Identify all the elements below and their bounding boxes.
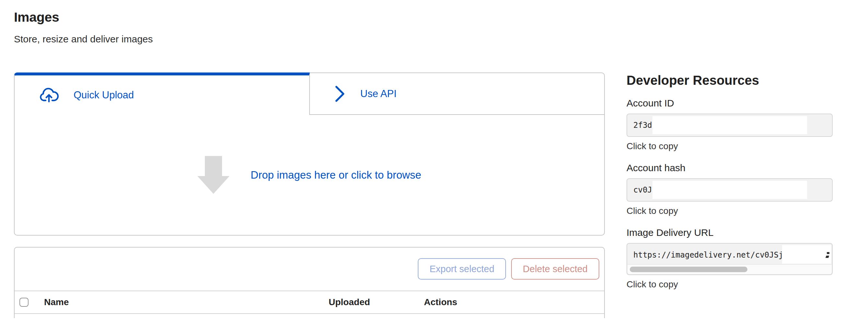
- image-delivery-url-label: Image Delivery URL: [626, 227, 833, 239]
- arrow-down-icon: [197, 156, 230, 194]
- dropzone-inner: Drop images here or click to browse: [197, 156, 421, 194]
- account-id-value-field[interactable]: 2f3d: [626, 114, 833, 137]
- tab-use-api[interactable]: Use API: [310, 72, 605, 115]
- upload-tabs: Quick Upload Use API: [14, 72, 605, 115]
- chevron-right-icon: [335, 85, 345, 103]
- tab-quick-upload[interactable]: Quick Upload: [14, 72, 310, 115]
- page-subtitle: Store, resize and deliver images: [14, 34, 868, 45]
- cloud-upload-icon: [39, 87, 59, 103]
- redaction-overlay: [652, 116, 807, 134]
- upload-card: Quick Upload Use API Drop ima: [14, 72, 605, 236]
- select-all-checkbox[interactable]: [20, 298, 29, 307]
- account-id-copy-hint: Click to copy: [626, 141, 833, 152]
- column-header-uploaded: Uploaded: [329, 297, 424, 308]
- export-selected-button[interactable]: Export selected: [418, 258, 506, 280]
- horizontal-scrollbar-track: [627, 264, 832, 274]
- resource-account-hash: Account hash cv0J Click to copy: [626, 162, 833, 216]
- table-actions-row: Export selected Delete selected: [14, 248, 604, 291]
- redaction-overlay: [782, 245, 831, 264]
- upload-section: Quick Upload Use API Drop ima: [14, 72, 605, 318]
- horizontal-scrollbar-thumb[interactable]: [630, 266, 747, 272]
- dropzone-label: Drop images here or click to browse: [251, 169, 421, 181]
- images-table-card: Export selected Delete selected Name Upl…: [14, 247, 605, 318]
- developer-resources-panel: Developer Resources Account ID 2f3d Clic…: [626, 72, 837, 300]
- resource-image-delivery-url: Image Delivery URL https://imagedelivery…: [626, 227, 833, 290]
- account-hash-value-field[interactable]: cv0J: [626, 178, 833, 202]
- tab-label: Quick Upload: [73, 89, 134, 101]
- redacted-char-fragment: [827, 252, 830, 254]
- page-title: Images: [14, 10, 868, 25]
- column-header-name: Name: [44, 297, 329, 308]
- resource-account-id: Account ID 2f3d Click to copy: [626, 97, 833, 152]
- image-delivery-url-value: https://imagedelivery.net/cv0JSj: [633, 250, 783, 259]
- images-page: Images Store, resize and deliver images …: [0, 0, 868, 318]
- image-delivery-url-value-field[interactable]: https://imagedelivery.net/cv0JSj: [626, 243, 833, 275]
- tab-label: Use API: [361, 88, 397, 100]
- select-all-cell: [14, 298, 44, 307]
- account-id-label: Account ID: [626, 97, 833, 109]
- account-hash-copy-hint: Click to copy: [626, 206, 833, 216]
- image-dropzone[interactable]: Drop images here or click to browse: [14, 115, 605, 236]
- delete-selected-button[interactable]: Delete selected: [511, 258, 599, 280]
- column-header-actions: Actions: [424, 297, 604, 308]
- developer-resources-title: Developer Resources: [626, 73, 837, 88]
- page-content: Quick Upload Use API Drop ima: [14, 72, 868, 318]
- image-delivery-url-copy-hint: Click to copy: [626, 279, 833, 290]
- table-header-row: Name Uploaded Actions: [14, 291, 604, 314]
- redaction-overlay: [652, 181, 807, 199]
- account-id-value: 2f3d: [633, 121, 652, 130]
- account-hash-label: Account hash: [626, 162, 833, 174]
- account-hash-value: cv0J: [633, 185, 652, 194]
